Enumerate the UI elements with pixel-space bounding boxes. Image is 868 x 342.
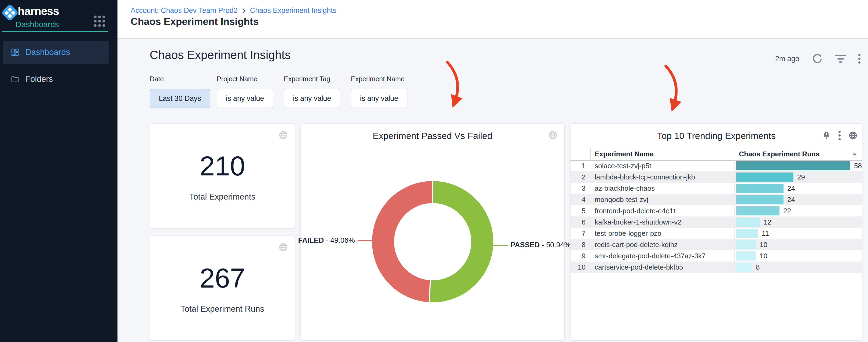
row-rank: 1 (570, 160, 590, 172)
table-row[interactable]: 6 kafka-broker-1-shutdown-v2 12 (570, 216, 862, 228)
row-experiment-name: smr-delegate-pod-delete-437az-3k7 (590, 250, 735, 261)
table-row[interactable]: 2 lambda-block-tcp-connection-jkb 29 (570, 172, 862, 183)
filter-experiment-name: Experiment Name is any value (351, 75, 407, 108)
globe-icon[interactable] (548, 130, 558, 140)
run-bar (736, 206, 779, 215)
total-experiments-label: Total Experiments (189, 192, 255, 202)
row-run-count: 58 (854, 162, 862, 170)
globe-icon[interactable] (848, 131, 858, 140)
sidebar-item-label: Folders (25, 74, 53, 84)
row-run-count: 24 (787, 195, 795, 204)
row-run-count: 24 (787, 184, 795, 193)
row-run-count: 22 (783, 207, 791, 215)
row-rank: 2 (570, 172, 590, 183)
run-bar (736, 229, 758, 238)
globe-icon[interactable] (278, 242, 288, 252)
row-bar-cell: 10 (735, 251, 862, 260)
module-grid-icon[interactable] (94, 15, 105, 27)
passed-vs-failed-card: Experiment Passed Vs Failed FAILED - 49.… (301, 123, 565, 341)
run-bar (736, 251, 756, 260)
filter-experiment-name-button[interactable]: is any value (351, 89, 407, 108)
annotation-arrow (666, 66, 676, 105)
row-rank: 3 (570, 183, 590, 194)
filter-project-name-button[interactable]: is any value (217, 89, 273, 108)
total-experiment-runs-value: 267 (199, 262, 245, 294)
column-header-chaos-experiment-runs[interactable]: Chaos Experiment Runs (739, 150, 820, 158)
donut-chart[interactable] (372, 181, 493, 302)
folder-icon (11, 75, 19, 84)
refresh-icon[interactable] (812, 53, 823, 64)
failed-callout: FAILED - 49.06% (298, 236, 355, 245)
row-run-count: 10 (760, 252, 767, 260)
sidebar-item-label: Dashboards (25, 48, 70, 57)
failed-percent: - 49.06% (326, 236, 355, 244)
table-row[interactable]: 9 smr-delegate-pod-delete-437az-3k7 10 (570, 250, 862, 261)
passed-label: PASSED (510, 241, 540, 249)
donut-hole (394, 203, 471, 280)
filter-experiment-tag: Experiment Tag is any value (284, 75, 340, 108)
row-rank: 8 (570, 239, 590, 250)
row-run-count: 8 (756, 263, 760, 272)
breadcrumb: Account: Chaos Dev Team Prod2 Chaos Expe… (131, 6, 336, 15)
row-rank: 5 (570, 205, 590, 216)
total-experiment-runs-card: 267 Total Experiment Runs (150, 236, 295, 341)
kebab-menu-icon[interactable] (838, 131, 841, 140)
table-row[interactable]: 8 redis-cart-pod-delete-kqihz 10 (570, 239, 862, 250)
row-experiment-name: lambda-block-tcp-connection-jkb (590, 172, 735, 183)
row-bar-cell: 11 (735, 229, 862, 238)
dashboard-content: Chaos Experiment Insights 2m ago Date La… (118, 39, 868, 342)
table-row[interactable]: 3 az-blackhole-chaos 24 (570, 183, 862, 194)
page-title: Chaos Experiment Insights (131, 16, 258, 27)
module-name: Dashboards (16, 20, 59, 29)
total-experiments-card: 210 Total Experiments (150, 123, 295, 228)
row-experiment-name: mongodb-test-zvj (590, 194, 735, 205)
chevron-down-icon[interactable] (851, 151, 858, 157)
table-row[interactable]: 7 test-probe-logger-pzo 11 (570, 228, 862, 239)
table-row[interactable]: 5 frontend-pod-delete-e4e1t 22 (570, 205, 862, 216)
breadcrumb-dashboard-link[interactable]: Chaos Experiment Insights (250, 6, 337, 15)
column-header-experiment-name[interactable]: Experiment Name (595, 150, 654, 158)
table-row[interactable]: 1 solace-test-zvj-p5t 58 (570, 160, 862, 172)
filter-date: Date Last 30 Days (150, 75, 210, 108)
row-bar-cell: 24 (735, 195, 862, 204)
table-header: Experiment Name Chaos Experiment Runs (570, 148, 862, 161)
row-run-count: 12 (764, 218, 771, 226)
trending-experiments-card: Top 10 Trending Experiments (570, 123, 862, 341)
run-bar (736, 173, 794, 182)
table-row[interactable]: 10 cartservice-pod-delete-bkfb5 8 (570, 261, 862, 273)
row-experiment-name: test-probe-logger-pzo (590, 228, 735, 239)
passed-leader-line (493, 245, 508, 246)
breadcrumb-account-link[interactable]: Account: Chaos Dev Team Prod2 (131, 6, 238, 15)
run-bar (736, 262, 752, 272)
table-card-icons (822, 131, 858, 140)
chart-title: Top 10 Trending Experiments (570, 131, 862, 141)
row-rank: 9 (570, 250, 590, 261)
globe-icon[interactable] (278, 130, 288, 140)
filter-label: Experiment Name (351, 75, 407, 83)
row-bar-cell: 58 (735, 161, 862, 170)
filter-experiment-tag-button[interactable]: is any value (284, 89, 340, 108)
sidebar-item-folders[interactable]: Folders (3, 69, 109, 90)
row-bar-cell: 22 (735, 206, 862, 215)
annotation-arrow (447, 62, 458, 101)
kebab-menu-icon[interactable] (858, 54, 861, 64)
filter-icon[interactable] (835, 55, 846, 63)
row-run-count: 11 (762, 229, 769, 238)
row-experiment-name: az-blackhole-chaos (590, 183, 735, 194)
topbar: Account: Chaos Dev Team Prod2 Chaos Expe… (118, 0, 868, 39)
passed-percent: - 50.94% (542, 241, 571, 249)
row-bar-cell: 29 (735, 173, 862, 182)
passed-callout: PASSED - 50.94% (510, 241, 571, 249)
bell-plus-icon[interactable] (822, 131, 831, 140)
harness-logo[interactable] (1, 4, 19, 21)
total-experiments-value: 210 (199, 151, 245, 182)
table-row[interactable]: 4 mongodb-test-zvj 24 (570, 194, 862, 205)
row-experiment-name: frontend-pod-delete-e4e1t (590, 205, 735, 216)
filter-label: Date (150, 75, 210, 83)
filter-date-button[interactable]: Last 30 Days (150, 89, 210, 108)
dashboards-icon (11, 48, 19, 57)
sidebar-item-dashboards[interactable]: Dashboards (3, 41, 109, 64)
row-experiment-name: solace-test-zvj-p5t (590, 160, 735, 172)
row-experiment-name: cartservice-pod-delete-bkfb5 (590, 261, 735, 273)
row-run-count: 29 (797, 173, 805, 181)
